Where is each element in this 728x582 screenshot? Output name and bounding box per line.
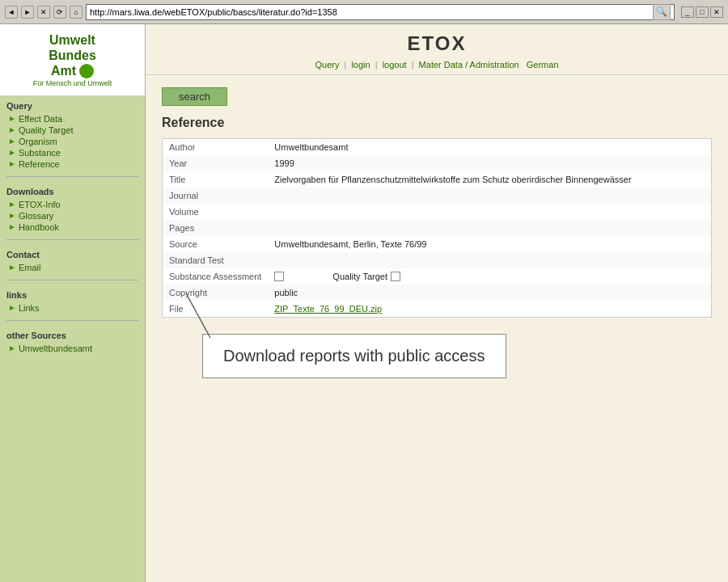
sidebar-label-etox-info: ETOX-Info <box>19 200 61 209</box>
sidebar-item-reference[interactable]: ► Reference <box>6 158 138 170</box>
sidebar-item-etox-info[interactable]: ► ETOX-Info <box>6 199 138 210</box>
sidebar-item-quality-target[interactable]: ► Quality Target <box>6 124 138 136</box>
field-value-standard-test <box>268 252 711 268</box>
home-button[interactable]: ⌂ <box>70 6 83 19</box>
arrow-icon: ► <box>8 125 16 134</box>
nav-logout[interactable]: logout <box>383 60 407 70</box>
field-value-title: Zielvorgaben für Pflanzenschutzmittelwir… <box>268 171 711 188</box>
sidebar-item-links[interactable]: ► Links <box>6 302 138 314</box>
field-label-copyright: Copyright <box>163 285 269 301</box>
go-button[interactable]: 🔍 <box>653 4 671 20</box>
links-section: links ► Links <box>0 285 145 315</box>
downloads-section-title: Downloads <box>6 187 138 196</box>
table-row: Substance Assessment Quality Target <box>163 268 712 285</box>
table-row: File ZIP_Texte_76_99_DEU.zip <box>163 301 712 318</box>
address-bar: 🔍 <box>86 4 675 20</box>
logo-line2: Bundes <box>8 48 137 63</box>
query-section-title: Query <box>6 101 138 111</box>
nav-bar: Query | login | logout | Mater Data / Ad… <box>162 60 712 70</box>
refresh-button[interactable]: ⟳ <box>53 6 66 19</box>
sidebar-label-effect-data: Effect Data <box>19 114 62 124</box>
forward-button[interactable]: ► <box>21 6 34 19</box>
table-row: Volume <box>163 204 712 220</box>
field-label-substance-assessment: Substance Assessment <box>163 268 269 285</box>
nav-login[interactable]: login <box>351 60 370 70</box>
field-value-source: Umweltbundesamt, Berlin, Texte 76/99 <box>268 236 711 252</box>
search-button[interactable]: search <box>162 87 227 106</box>
downloads-section: Downloads ► ETOX-Info ► Glossary ► Handb… <box>0 182 145 234</box>
sidebar-item-glossary[interactable]: ► Glossary <box>6 210 138 221</box>
sidebar-label-quality-target: Quality Target <box>19 125 74 135</box>
nav-master-data[interactable]: Mater Data / Admistration <box>419 60 519 70</box>
arrow-icon: ► <box>8 263 16 272</box>
table-row: Author Umweltbundesamt <box>163 139 712 156</box>
field-label-file: File <box>163 301 269 318</box>
arrow-icon: ► <box>8 344 16 352</box>
sidebar-item-handbook[interactable]: ► Handbook <box>6 221 138 233</box>
content-area: ETOX Query | login | logout | Mater Data… <box>146 24 728 582</box>
field-value-year: 1999 <box>268 155 711 171</box>
field-label-year: Year <box>163 155 269 171</box>
sidebar-item-substance[interactable]: ► Substance <box>6 147 138 158</box>
arrow-icon: ► <box>8 211 16 220</box>
browser-chrome: ◄ ► ✕ ⟳ ⌂ 🔍 _ □ ✕ <box>0 0 728 24</box>
nav-german[interactable]: German <box>527 60 559 70</box>
divider-4 <box>6 320 138 321</box>
sidebar-label-links: Links <box>19 303 40 313</box>
sidebar-label-umweltbundesamt: Umweltbundesamt <box>19 344 92 353</box>
divider-1 <box>6 176 138 177</box>
quality-target-checkbox[interactable] <box>391 272 400 281</box>
field-label-source: Source <box>163 236 269 252</box>
field-label-volume: Volume <box>163 204 269 220</box>
field-value-file[interactable]: ZIP_Texte_76_99_DEU.zip <box>268 301 711 318</box>
app-title: ETOX <box>162 32 712 55</box>
table-row: Pages <box>163 220 712 236</box>
sidebar-item-organism[interactable]: ► Organism <box>6 136 138 147</box>
sidebar-label-handbook: Handbook <box>19 222 59 232</box>
other-sources-title: other Sources <box>6 331 138 340</box>
field-label-standard-test: Standard Test <box>163 252 269 268</box>
reference-section-title: Reference <box>162 116 712 130</box>
sidebar: Umwelt Bundes Amt Für Mensch und Umwelt … <box>0 24 146 582</box>
arrow-icon: ► <box>8 159 16 168</box>
table-row: Copyright public <box>163 285 712 301</box>
field-value-journal <box>268 188 711 204</box>
arrow-icon: ► <box>8 222 16 231</box>
window-controls: _ □ ✕ <box>681 6 723 18</box>
sidebar-label-organism: Organism <box>19 137 57 146</box>
stop-button[interactable]: ✕ <box>37 6 50 19</box>
minimize-button[interactable]: _ <box>681 6 694 18</box>
field-value-substance-assessment: Quality Target <box>268 268 711 285</box>
divider-3 <box>6 280 138 280</box>
links-section-title: links <box>6 290 138 300</box>
back-button[interactable]: ◄ <box>5 6 18 19</box>
logo-subtitle: Für Mensch und Umwelt <box>8 79 137 87</box>
main-content: search Reference Author Umweltbundesamt … <box>146 75 728 582</box>
maximize-button[interactable]: □ <box>696 6 709 18</box>
url-input[interactable] <box>90 7 650 17</box>
arrow-icon: ► <box>8 148 16 157</box>
sidebar-label-reference: Reference <box>19 159 60 169</box>
table-row: Journal <box>163 188 712 204</box>
sidebar-item-effect-data[interactable]: ► Effect Data <box>6 113 138 124</box>
reference-table: Author Umweltbundesamt Year 1999 Title Z… <box>162 138 712 318</box>
sidebar-item-email[interactable]: ► Email <box>6 262 138 273</box>
arrow-icon: ► <box>8 200 16 209</box>
contact-section-title: Contact <box>6 250 138 259</box>
other-sources-section: other Sources ► Umweltbundesamt <box>0 326 145 356</box>
contact-section: Contact ► Email <box>0 245 145 275</box>
sidebar-label-glossary: Glossary <box>19 211 53 221</box>
sidebar-label-substance: Substance <box>19 148 61 158</box>
field-value-pages <box>268 220 711 236</box>
top-header: ETOX Query | login | logout | Mater Data… <box>146 24 728 75</box>
table-row: Standard Test <box>163 252 712 268</box>
field-value-copyright: public <box>268 285 711 301</box>
nav-query[interactable]: Query <box>315 60 339 70</box>
field-label-pages: Pages <box>163 220 269 236</box>
main-layout: Umwelt Bundes Amt Für Mensch und Umwelt … <box>0 24 728 582</box>
table-row: Title Zielvorgaben für Pflanzenschutzmit… <box>163 171 712 188</box>
close-button[interactable]: ✕ <box>710 6 723 18</box>
substance-assessment-checkbox[interactable] <box>274 272 284 281</box>
sidebar-item-umweltbundesamt[interactable]: ► Umweltbundesamt <box>6 343 138 354</box>
field-label-journal: Journal <box>163 188 269 204</box>
